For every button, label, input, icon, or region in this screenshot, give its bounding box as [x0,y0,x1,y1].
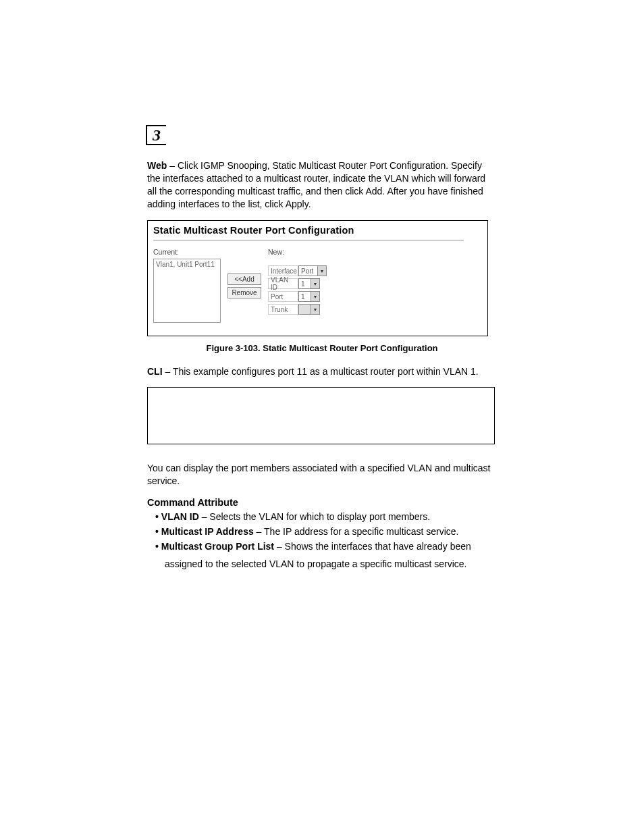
web-paragraph: Web – Click IGMP Snooping, Static Multic… [147,159,497,211]
list-item[interactable]: Vlan1, Unit1 Port11 [156,261,215,268]
display-paragraph: You can display the port members associa… [147,462,497,488]
port-label: Port [268,291,298,302]
vlan-id-select[interactable]: 1 ▼ [298,278,320,289]
interface-label: Interface [268,265,298,276]
cli-paragraph: CLI – This example configures port 11 as… [147,365,497,378]
screenshot-divider [153,240,464,241]
cli-example-box [147,387,495,444]
command-attribute-list: VLAN ID – Selects the VLAN for which to … [147,511,497,553]
list-item: Multicast Group Port List – Shows the in… [147,540,497,553]
list-item: Multicast IP Address – The IP address fo… [147,525,497,538]
web-text: – Click IGMP Snooping, Static Multicast … [147,160,485,209]
list-item-continuation: assigned to the selected VLAN to propaga… [147,558,497,571]
figure-caption: Figure 3-103. Static Multicast Router Po… [147,343,497,353]
cli-prefix: CLI [147,366,163,377]
trunk-select: ▼ [298,304,320,315]
port-select[interactable]: 1 ▼ [298,291,320,302]
new-label: New: [268,248,390,256]
cli-text: – This example configures port 11 as a m… [163,366,479,377]
chapter-number-box: 3 [146,125,166,145]
current-listbox[interactable]: Vlan1, Unit1 Port11 [153,259,221,323]
config-screenshot: Static Multicast Router Port Configurati… [147,220,488,336]
list-item: VLAN ID – Selects the VLAN for which to … [147,511,497,523]
remove-button[interactable]: Remove [227,287,261,298]
command-attribute-heading: Command Attribute [147,497,497,508]
chevron-down-icon[interactable]: ▼ [317,266,326,276]
chevron-down-icon[interactable]: ▼ [311,279,319,288]
web-prefix: Web [147,160,167,171]
chevron-down-icon: ▼ [311,305,319,314]
screenshot-title: Static Multicast Router Port Configurati… [148,221,487,240]
vlan-id-label: VLAN ID [268,278,298,289]
chevron-down-icon[interactable]: ▼ [311,292,319,301]
chapter-number: 3 [153,126,161,145]
current-label: Current: [153,248,227,256]
trunk-label: Trunk [268,304,298,315]
interface-select[interactable]: Port ▼ [298,265,327,276]
add-button[interactable]: <<Add [227,273,261,285]
